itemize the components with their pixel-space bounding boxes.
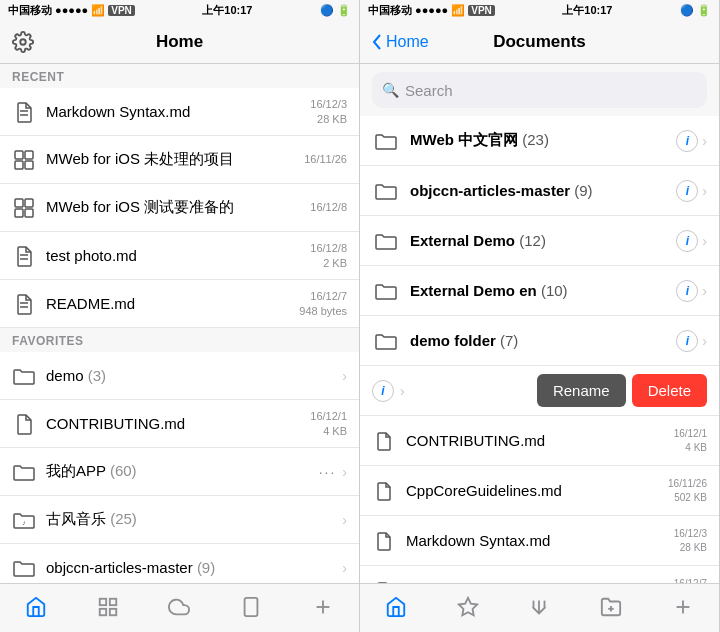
chevron-icon: › xyxy=(342,512,347,528)
item-content: Markdown Syntax.md xyxy=(46,103,306,121)
folder-name: demo folder (7) xyxy=(410,332,670,349)
right-battery-icon: 🔋 xyxy=(697,4,711,17)
tab-sort[interactable] xyxy=(504,584,576,632)
left-battery-icon: 🔋 xyxy=(337,4,351,17)
info-icon[interactable]: i xyxy=(676,130,698,152)
context-info-icon[interactable]: i xyxy=(372,380,394,402)
chevron-icon: › xyxy=(702,133,707,149)
folder-item[interactable]: External Demo (12) i › xyxy=(360,216,719,266)
folder-icon xyxy=(12,556,36,580)
list-item[interactable]: README.md 16/12/7948 bytes xyxy=(0,280,359,328)
svg-rect-17 xyxy=(110,598,116,604)
left-nav-gear[interactable] xyxy=(12,31,34,53)
folder-music-icon: ♪ xyxy=(12,508,36,532)
item-content: objccn-articles-master (9) xyxy=(46,559,336,577)
item-title: MWeb for iOS 测试要准备的 xyxy=(46,198,234,215)
svg-rect-20 xyxy=(245,597,258,615)
tab-cloud[interactable] xyxy=(144,584,216,632)
back-label: Home xyxy=(386,33,429,51)
list-item[interactable]: MWeb for iOS 测试要准备的 16/12/8 xyxy=(0,184,359,232)
right-folder-list: MWeb 中文官网 (23) i › objccn-articles-maste… xyxy=(360,116,719,583)
tab-add[interactable] xyxy=(647,584,719,632)
home-icon xyxy=(25,596,47,621)
list-item[interactable]: 我的APP (60) ··· › xyxy=(0,448,359,496)
folder-name: External Demo en (10) xyxy=(410,282,670,299)
folder-name: objccn-articles-master (9) xyxy=(410,182,670,199)
left-status-left: 中国移动 ●●●●● 📶 VPN xyxy=(8,3,135,18)
svg-rect-8 xyxy=(25,199,33,207)
item-meta: 16/12/8 xyxy=(310,200,347,214)
file-name: CONTRIBUTING.md xyxy=(406,432,674,449)
item-title: demo (3) xyxy=(46,367,106,384)
folder-item[interactable]: External Demo en (10) i › xyxy=(360,266,719,316)
more-dots: ··· xyxy=(319,464,337,480)
back-button[interactable]: Home xyxy=(372,33,429,51)
file-item[interactable]: CONTRIBUTING.md 16/12/14 KB xyxy=(360,416,719,466)
tab-phone[interactable] xyxy=(215,584,287,632)
left-carrier: 中国移动 xyxy=(8,3,52,18)
info-icon[interactable]: i xyxy=(676,230,698,252)
gear-icon xyxy=(12,31,34,53)
search-icon: 🔍 xyxy=(382,82,399,98)
chevron-icon: › xyxy=(342,464,347,480)
chevron-icon: › xyxy=(342,560,347,576)
chevron-icon: › xyxy=(702,233,707,249)
context-action-row: i › Rename Delete xyxy=(360,366,719,416)
left-time: 上午10:17 xyxy=(202,3,252,18)
chevron-icon: › xyxy=(702,183,707,199)
item-title: test photo.md xyxy=(46,247,137,264)
svg-text:♪: ♪ xyxy=(22,519,26,526)
tab-add[interactable] xyxy=(287,584,359,632)
right-vpn-badge: VPN xyxy=(468,5,495,16)
list-item[interactable]: ♪ 古风音乐 (25) › xyxy=(0,496,359,544)
list-item[interactable]: objccn-articles-master (9) › xyxy=(0,544,359,583)
item-meta: 16/12/82 KB xyxy=(310,241,347,270)
folder-item[interactable]: objccn-articles-master (9) i › xyxy=(360,166,719,216)
folder-add-icon xyxy=(600,596,622,621)
delete-button[interactable]: Delete xyxy=(632,374,707,407)
info-icon[interactable]: i xyxy=(676,280,698,302)
doc-icon xyxy=(372,429,396,453)
folder-icon xyxy=(372,177,400,205)
tab-grid[interactable] xyxy=(72,584,144,632)
svg-rect-4 xyxy=(25,151,33,159)
left-status-bar: 中国移动 ●●●●● 📶 VPN 上午10:17 🔵 🔋 xyxy=(0,0,359,20)
file-item[interactable]: README.md 16/12/714 KB xyxy=(360,566,719,583)
chevron-icon: › xyxy=(702,283,707,299)
file-item[interactable]: CppCoreGuidelines.md 16/11/26502 KB xyxy=(360,466,719,516)
folder-icon xyxy=(372,227,400,255)
context-chevron-icon: › xyxy=(400,383,405,399)
tab-favorites[interactable] xyxy=(432,584,504,632)
tab-home[interactable] xyxy=(360,584,432,632)
folder-item[interactable]: demo folder (7) i › xyxy=(360,316,719,366)
list-item[interactable]: demo (3) › xyxy=(0,352,359,400)
back-chevron-icon xyxy=(372,34,382,50)
item-title: CONTRIBUTING.md xyxy=(46,415,185,432)
left-vpn-badge: VPN xyxy=(108,5,135,16)
search-bar[interactable]: 🔍 Search xyxy=(372,72,707,108)
chevron-icon: › xyxy=(702,333,707,349)
item-title: MWeb for iOS 未处理的项目 xyxy=(46,150,234,167)
item-meta: 16/12/328 KB xyxy=(310,97,347,126)
folder-icon xyxy=(12,460,36,484)
list-item[interactable]: test photo.md 16/12/82 KB xyxy=(0,232,359,280)
item-content: README.md xyxy=(46,295,295,313)
svg-rect-10 xyxy=(25,209,33,217)
file-item[interactable]: Markdown Syntax.md 16/12/328 KB xyxy=(360,516,719,566)
list-item[interactable]: MWeb for iOS 未处理的项目 16/11/26 xyxy=(0,136,359,184)
folder-name: External Demo (12) xyxy=(410,232,670,249)
file-meta: 16/12/328 KB xyxy=(674,527,707,555)
list-item[interactable]: CONTRIBUTING.md 16/12/14 KB xyxy=(0,400,359,448)
info-icon[interactable]: i xyxy=(676,180,698,202)
rename-button[interactable]: Rename xyxy=(537,374,626,407)
file-meta: 16/11/26502 KB xyxy=(668,477,707,505)
tab-folder-add[interactable] xyxy=(575,584,647,632)
right-status-left: 中国移动 ●●●●● 📶 VPN xyxy=(368,3,495,18)
tab-home[interactable] xyxy=(0,584,72,632)
item-title: 我的APP (60) xyxy=(46,462,137,479)
svg-marker-26 xyxy=(459,597,477,614)
list-item[interactable]: Markdown Syntax.md 16/12/328 KB xyxy=(0,88,359,136)
folder-item[interactable]: MWeb 中文官网 (23) i › xyxy=(360,116,719,166)
info-icon[interactable]: i xyxy=(676,330,698,352)
doc-icon xyxy=(12,292,36,316)
